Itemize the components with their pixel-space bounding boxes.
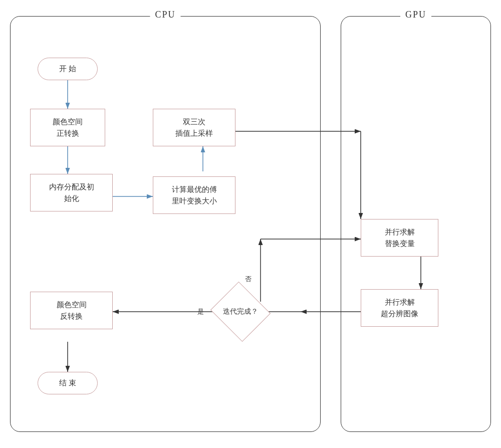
iteration-diamond-wrapper: 迭代完成？ (218, 289, 283, 334)
end-node: 结 束 (38, 372, 98, 394)
yes-label: 是 (185, 307, 215, 317)
compute-fourier-node: 计算最优的傅里叶变换大小 (153, 176, 235, 214)
start-node: 开 始 (38, 58, 98, 80)
cpu-label: CPU (150, 10, 180, 20)
no-label: 否 (238, 274, 258, 284)
color-inverse-node: 颜色空间反转换 (30, 292, 113, 329)
parallel-subst-node: 并行求解替换变量 (361, 219, 438, 257)
bicubic-node: 双三次插值上采样 (153, 109, 235, 146)
memory-alloc-node: 内存分配及初始化 (30, 174, 113, 211)
diagram-container: CPU GPU (10, 11, 491, 437)
gpu-label: GPU (400, 10, 431, 20)
color-forward-node: 颜色空间正转换 (30, 109, 105, 146)
parallel-super-node: 并行求解超分辨图像 (361, 289, 438, 327)
